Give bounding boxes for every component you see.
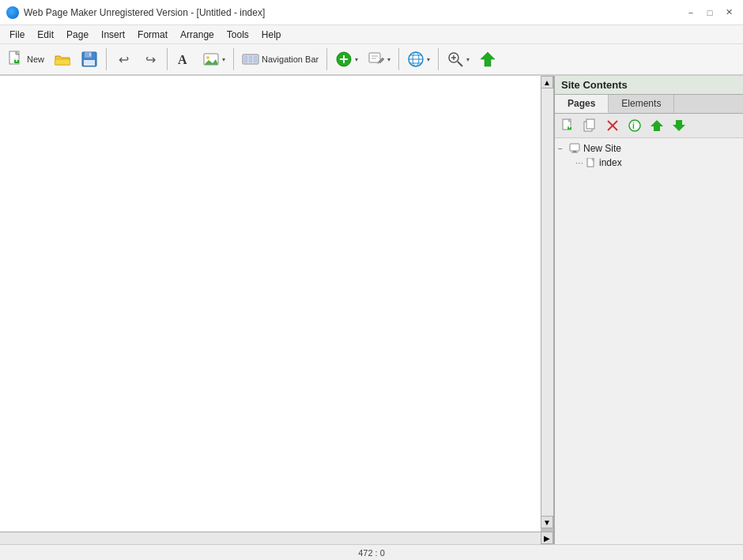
- image-icon: [202, 51, 220, 68]
- copy-page-button[interactable]: [580, 116, 601, 135]
- tree-node-index[interactable]: ··· index: [575, 156, 740, 170]
- svg-marker-33: [481, 52, 495, 66]
- page-canvas[interactable]: [0, 76, 541, 532]
- main-area: ▲ ▼ ▶ Site Contents Pages Elements: [0, 76, 743, 544]
- text-icon: A: [175, 51, 193, 68]
- publish-arrow[interactable]: ▾: [427, 56, 430, 63]
- zoom-arrow[interactable]: ▾: [466, 56, 470, 63]
- edit-obj-icon: [368, 51, 385, 68]
- tree-dots: ···: [575, 157, 583, 168]
- navbar-button[interactable]: Navigation Bar: [238, 47, 322, 72]
- sep-3: [233, 48, 234, 70]
- svg-rect-20: [369, 53, 380, 62]
- svg-marker-46: [673, 120, 685, 131]
- globe-icon: [407, 51, 424, 68]
- open-button[interactable]: [50, 47, 75, 72]
- zoom-button[interactable]: ▾: [443, 47, 473, 72]
- move-up-button[interactable]: [647, 116, 667, 135]
- menu-file[interactable]: File: [3, 28, 31, 42]
- zoom-icon: [447, 51, 464, 68]
- publish-button[interactable]: ▾: [403, 47, 434, 72]
- text-button[interactable]: A: [172, 47, 197, 72]
- image-dropdown-arrow[interactable]: ▾: [222, 56, 225, 63]
- save-icon: [81, 51, 98, 68]
- svg-text:A: A: [178, 53, 187, 66]
- canvas-hscroll-right[interactable]: ▶: [541, 532, 553, 544]
- title-text: Web Page Maker Unregistered Version - [U…: [24, 7, 265, 18]
- tree-node-root[interactable]: − New Site: [558, 141, 740, 156]
- tab-elements[interactable]: Elements: [609, 95, 674, 113]
- svg-rect-47: [570, 144, 579, 151]
- svg-rect-7: [89, 53, 91, 56]
- navbar-label: Navigation Bar: [262, 54, 319, 64]
- canvas-scroll-up[interactable]: ▲: [541, 76, 553, 88]
- menu-arrange[interactable]: Arrange: [174, 28, 221, 42]
- save-button[interactable]: [77, 47, 102, 72]
- tree-toggle-root[interactable]: −: [558, 145, 569, 153]
- canvas-hscrollbar[interactable]: [0, 532, 541, 544]
- title-controls: − □ ✕: [683, 5, 737, 21]
- menu-insert[interactable]: Insert: [95, 28, 131, 42]
- sep-5: [398, 48, 399, 70]
- maximize-button[interactable]: □: [702, 5, 718, 21]
- sep-1: [106, 48, 107, 70]
- navbar-icon: [242, 51, 259, 68]
- panel-title: Site Contents: [555, 76, 743, 95]
- tab-pages[interactable]: Pages: [555, 95, 609, 113]
- undo-icon: ↩: [115, 51, 132, 68]
- svg-rect-40: [586, 119, 594, 129]
- edit-obj-arrow[interactable]: ▾: [387, 56, 390, 63]
- menu-bar: File Edit Page Insert Format Arrange Too…: [0, 25, 743, 44]
- svg-rect-16: [254, 56, 257, 62]
- svg-line-30: [458, 62, 462, 66]
- new-page-button[interactable]: [558, 116, 579, 135]
- svg-rect-14: [244, 56, 247, 62]
- open-icon: [54, 51, 71, 68]
- svg-marker-45: [651, 120, 663, 131]
- sep-4: [326, 48, 327, 70]
- svg-point-43: [629, 120, 640, 131]
- tree-index-label: index: [599, 157, 622, 168]
- sep-2: [167, 48, 168, 70]
- new-button[interactable]: New: [3, 47, 48, 72]
- menu-edit[interactable]: Edit: [31, 28, 60, 42]
- delete-page-button[interactable]: [602, 116, 623, 135]
- image-button[interactable]: ▾: [198, 47, 229, 72]
- svg-text:i: i: [632, 122, 635, 130]
- status-coords: 472 : 0: [6, 548, 737, 558]
- svg-point-11: [206, 56, 209, 59]
- insert-obj-button[interactable]: ▾: [331, 47, 362, 72]
- go-up-button[interactable]: [475, 47, 500, 72]
- insert-obj-arrow[interactable]: ▾: [355, 56, 358, 63]
- minimize-button[interactable]: −: [683, 5, 699, 21]
- close-button[interactable]: ✕: [721, 5, 737, 21]
- page-props-button[interactable]: i: [624, 116, 645, 135]
- redo-button[interactable]: ↪: [138, 47, 163, 72]
- menu-page[interactable]: Page: [60, 28, 95, 42]
- go-up-icon: [479, 51, 496, 68]
- insert-obj-icon: [335, 51, 353, 68]
- edit-obj-button[interactable]: ▾: [364, 47, 394, 72]
- monitor-icon: [569, 143, 580, 154]
- canvas-area[interactable]: ▲ ▼ ▶: [0, 76, 553, 544]
- canvas-scrollbar[interactable]: [541, 88, 553, 516]
- menu-format[interactable]: Format: [131, 28, 174, 42]
- panel-tree: − New Site ··· index: [555, 138, 743, 544]
- title-left: Web Page Maker Unregistered Version - [U…: [6, 6, 265, 19]
- svg-rect-15: [249, 56, 252, 62]
- svg-rect-8: [84, 60, 95, 66]
- undo-button[interactable]: ↩: [111, 47, 136, 72]
- page-icon: [586, 158, 596, 167]
- toolbar: New ↩ ↪ A: [0, 44, 743, 76]
- panel-toolbar: i: [555, 114, 743, 138]
- menu-help[interactable]: Help: [255, 28, 288, 42]
- right-panel: Site Contents Pages Elements: [553, 76, 743, 544]
- menu-tools[interactable]: Tools: [221, 28, 255, 42]
- canvas-scroll-down[interactable]: ▼: [541, 516, 553, 528]
- title-bar: Web Page Maker Unregistered Version - [U…: [0, 0, 743, 25]
- new-icon: [7, 51, 25, 68]
- move-down-button[interactable]: [669, 116, 689, 135]
- new-label: New: [27, 54, 44, 64]
- redo-icon: ↪: [141, 51, 159, 68]
- sep-6: [438, 48, 439, 70]
